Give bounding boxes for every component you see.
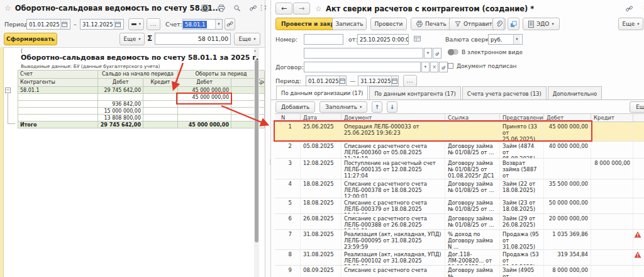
sum-field[interactable]: 58 011,00 [155,33,231,45]
report-more-button-1[interactable]: Еще ▾ [119,33,145,45]
calendar-icon[interactable] [339,76,345,86]
contract-link-button[interactable] [439,62,448,72]
period-options-button[interactable]: ... [147,18,160,30]
panel-splitter[interactable] [266,0,270,277]
grid-row[interactable]: 5 18.08.2025 Списание с расчетного счета… [275,198,644,214]
period-from-input[interactable]: 01.01.2025 [26,19,70,30]
more-label: Еще [239,36,252,42]
report-row-detail[interactable]: 15 000 000,00 [18,108,264,115]
tab-accounts[interactable]: Счета учета расчетов (13) [462,86,547,100]
find-icon[interactable] [233,4,241,12]
grid-row[interactable]: 6 26.08.2025 Списание с расчетного счета… [275,214,644,230]
cell-document: Списание с расчетного счета ЛЕЛБ-000388 … [341,214,445,229]
compare-button[interactable] [508,18,519,30]
electronic-toggle[interactable] [448,49,458,55]
post-button[interactable]: Провести [370,18,407,30]
account-link-button[interactable] [225,18,235,30]
calendar-icon[interactable] [60,20,68,29]
header-saldo-group[interactable]: Сальдо на начало периода [98,71,178,79]
contract-dropdown-button[interactable]: ▾ [421,62,430,72]
report-row-total[interactable]: Итого 29 745 642,00 45 000 000,00 [18,122,264,128]
favorite-star-icon[interactable]: ☆ [315,4,322,13]
forward-button[interactable]: → [293,3,310,14]
tab-by-counterparty[interactable]: По данным контрагента (17) [369,86,460,100]
write-button[interactable]: Записать [332,18,367,30]
grid-row[interactable]: 4 18.08.2025 Списание с расчетного счета… [275,179,644,198]
fill-button[interactable]: Заполнить ▾ [319,101,367,113]
more-label: Еще [124,36,136,42]
contract-input[interactable] [304,62,421,72]
col-presentation[interactable]: Представление [500,114,544,122]
number-settings-button[interactable] [414,35,421,42]
counterparty-input[interactable] [304,48,423,59]
link-icon[interactable] [249,4,257,12]
add-row-button[interactable]: Добавить [275,101,315,113]
account-dropdown-button[interactable]: ▾ [215,20,222,29]
currency-dropdown-button[interactable]: ▾ [513,35,520,44]
cell-date: 31.08.2025 [301,230,341,249]
generate-button[interactable]: Сформировать [4,33,57,45]
doc-more-button[interactable]: Еще ▾ [618,18,643,30]
col-n[interactable]: N [275,114,301,122]
move-down-button[interactable]: ↓ [387,101,397,113]
print-icon[interactable] [218,4,225,12]
header-saldo-debit[interactable]: Дебет [98,79,143,87]
col-document[interactable]: Документ [341,114,445,122]
header-turnover-debit[interactable]: Дебет [178,79,231,87]
tab-additional[interactable]: Дополнительно [548,86,602,100]
col-link[interactable]: Ссылка [445,114,500,122]
signed-checkbox[interactable] [448,63,453,69]
edo-button[interactable]: ЭДО ▾ [523,18,560,30]
doc-period-from-input[interactable]: 01.01.2025 [306,76,347,86]
header-contractors[interactable]: Контрагенты [18,79,98,87]
grid-row[interactable]: 2 05.08.2025 Списание с расчетного счета… [275,142,644,159]
grid-row[interactable]: 8 31.08.2025 Реализация (акт, накладная,… [275,250,644,266]
calendar-icon[interactable] [114,20,121,29]
date-input[interactable]: 25.10.2025 0:00:00 [357,34,409,45]
scroll-up-icon[interactable]: ▴ [254,48,256,52]
contract-clear-button[interactable]: × [430,62,438,72]
currency-select[interactable]: руб. ▾ [488,34,523,45]
grid-row[interactable]: 7 31.08.2025 Реализация (акт, накладная,… [275,230,644,250]
header-account[interactable]: Счет [18,71,98,79]
tab-by-organization[interactable]: По данным организации (17) [276,86,368,100]
report-row-detail[interactable]: 936 842,00 [18,101,264,108]
cell-credit [591,250,633,265]
calendar-icon[interactable] [391,76,397,86]
header-turnover-group[interactable]: Обороты за период [178,71,265,79]
header-turnover-credit[interactable]: Кредит [231,79,265,87]
report-more-button-2[interactable]: Еще ▾ [234,33,260,45]
write-label: Записать [335,21,363,27]
save-icon[interactable] [201,4,209,12]
grid-more-button[interactable]: Еще [630,101,644,113]
number-input[interactable] [304,34,343,45]
cell-presentation: Займ (22 от 18.08.2025) [500,179,544,198]
more-menu-icon[interactable]: ⋮ [641,4,644,13]
link-icon[interactable] [625,5,633,13]
counterparty-dropdown-button[interactable]: ▾ [424,48,432,59]
report-row-detail[interactable]: 13 808 800,00 [18,115,264,122]
attachments-button[interactable] [492,18,504,30]
col-date[interactable]: Дата [301,114,341,122]
report-row-group[interactable]: 58.01.1 29 745 642,00 45 000 000,00 [18,87,264,94]
comparison-type-button[interactable]: ▾ [128,18,144,30]
report-row-detail[interactable]: 45 000 000,00 [18,94,264,101]
scrollbar-thumb[interactable] [255,60,258,242]
account-input[interactable]: 58.01.1 ▾ [182,19,223,30]
grid-row[interactable]: 3 12.08.2025 Поступление на расчетный сч… [275,159,644,179]
grid-row[interactable]: 9 08.09.2025 Списание с расчетного счета… [275,266,644,277]
group-collapse-button[interactable]: − [5,88,11,93]
back-button[interactable]: ← [275,3,292,14]
col-credit[interactable]: Кредит [591,114,633,122]
counterparty-link-button[interactable] [433,48,441,59]
header-saldo-credit[interactable]: Кредит [143,79,178,87]
move-up-button[interactable]: ↑ [372,101,382,113]
doc-period-to-input[interactable]: 31.12.2025 [358,76,399,86]
period-to-input[interactable]: 31.12.2025 [80,19,124,30]
cell-account [18,94,98,101]
cell-document: Реализация (акт, накладная, УПД) ЛЕЛБ-00… [341,250,445,265]
col-debit[interactable]: Дебет [544,114,591,122]
grid-row[interactable]: 1 25.06.2025 Операция ЛЕЛБ-000033 от 25.… [275,122,644,142]
favorite-star-icon[interactable]: ☆ [4,4,11,13]
cell-debit: 20 000 000,00 [544,214,591,229]
